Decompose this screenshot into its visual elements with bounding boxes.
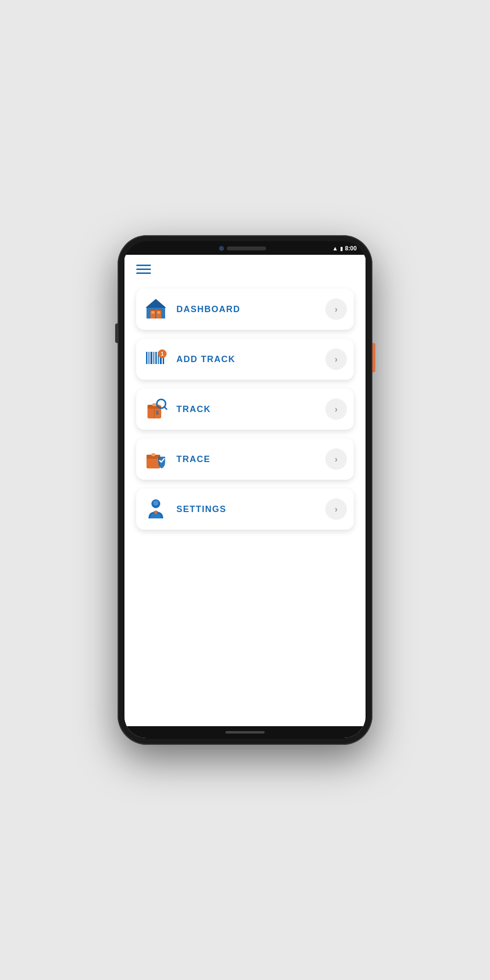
- status-bar-right: ▲ ▮ 8:00: [332, 245, 357, 252]
- main-menu-list: DASHBOARD ›: [136, 289, 354, 530]
- hamburger-menu-button[interactable]: [136, 265, 152, 274]
- settings-chevron[interactable]: ›: [325, 498, 347, 520]
- add-track-menu-item[interactable]: 1 ADD TRACK ›: [136, 339, 354, 380]
- track-chevron[interactable]: ›: [325, 398, 347, 420]
- phone-device: ▲ ▮ 8:00: [118, 235, 372, 745]
- phone-screen-frame: ▲ ▮ 8:00: [123, 241, 367, 739]
- svg-rect-7: [146, 352, 147, 364]
- dashboard-chevron[interactable]: ›: [325, 298, 347, 320]
- chevron-right-icon: ›: [335, 504, 338, 514]
- trace-menu-item[interactable]: TRACE ›: [136, 439, 354, 480]
- dashboard-menu-item[interactable]: DASHBOARD ›: [136, 289, 354, 330]
- chevron-right-icon: ›: [335, 454, 338, 465]
- svg-rect-9: [150, 352, 152, 364]
- dashboard-label: DASHBOARD: [176, 304, 325, 315]
- dashboard-icon: [143, 296, 169, 322]
- hamburger-line-3: [136, 272, 151, 274]
- svg-line-23: [164, 407, 167, 409]
- hamburger-line-1: [136, 265, 151, 266]
- trace-chevron[interactable]: ›: [325, 448, 347, 470]
- svg-rect-6: [150, 310, 161, 311]
- svg-rect-20: [152, 403, 156, 406]
- chevron-right-icon: ›: [335, 304, 338, 315]
- speaker-grille: [227, 246, 266, 250]
- svg-text:1: 1: [161, 351, 164, 357]
- status-bar-center: [219, 246, 266, 251]
- settings-menu-item[interactable]: SETTINGS ›: [136, 489, 354, 530]
- bottom-bar: [124, 726, 366, 738]
- add-track-label: ADD TRACK: [176, 354, 325, 365]
- settings-label: SETTINGS: [176, 504, 325, 514]
- battery-icon: ▮: [340, 245, 343, 252]
- settings-icon: [143, 496, 169, 522]
- svg-marker-1: [146, 299, 166, 308]
- add-track-icon: 1: [143, 346, 169, 372]
- svg-point-22: [159, 401, 164, 406]
- app-screen: DASHBOARD ›: [124, 255, 366, 738]
- hamburger-line-2: [136, 269, 151, 270]
- home-indicator: [225, 731, 265, 734]
- svg-rect-27: [151, 453, 155, 456]
- svg-point-30: [153, 501, 158, 506]
- track-label: TRACK: [176, 404, 325, 415]
- track-icon: $: [143, 396, 169, 422]
- svg-rect-11: [155, 352, 157, 364]
- track-menu-item[interactable]: $ TRACK ›: [136, 389, 354, 430]
- status-bar: ▲ ▮ 8:00: [123, 241, 367, 254]
- camera-icon: [219, 246, 224, 251]
- signal-icon: ▲: [332, 245, 338, 252]
- status-time: 8:00: [345, 245, 357, 252]
- svg-text:$: $: [156, 410, 159, 416]
- trace-label: TRACE: [176, 454, 325, 465]
- svg-rect-10: [153, 352, 154, 364]
- chevron-right-icon: ›: [335, 354, 338, 365]
- screen-content: DASHBOARD ›: [124, 255, 366, 726]
- add-track-chevron[interactable]: ›: [325, 348, 347, 370]
- svg-rect-8: [148, 352, 149, 364]
- chevron-right-icon: ›: [335, 404, 338, 415]
- trace-icon: [143, 446, 169, 472]
